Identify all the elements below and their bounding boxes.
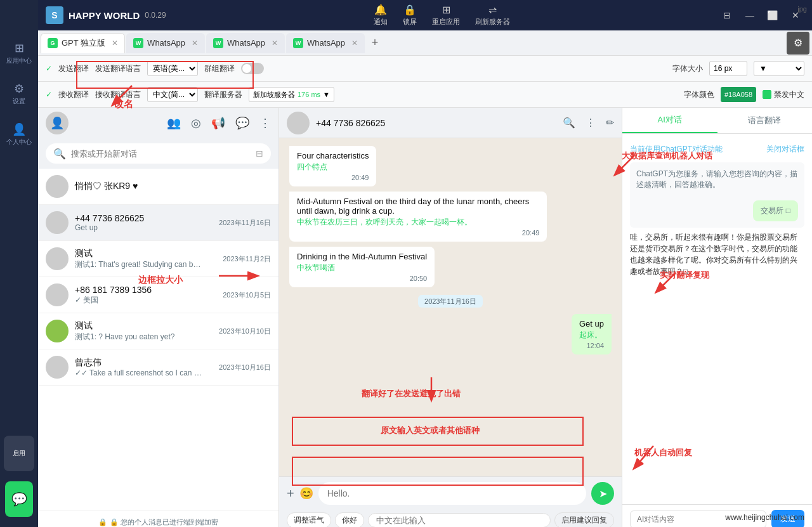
ai-placeholder: ChatGPT为您服务，请输入您想咨询的内容，描述越清晰，回答越准确。 交易所 … — [630, 162, 804, 228]
bubble-text-1: Mid-Autumn Festival on the third day of … — [297, 197, 539, 216]
chat-item-4[interactable]: 测试 测试1: ? Have you eaten yet? 2023年10月10… — [38, 313, 278, 349]
chat-name-4: 测试 — [75, 320, 213, 332]
chat-items: 悄悄♡ 张KR9 ♥ +44 7736 826625 Get up — [38, 169, 278, 511]
attach-button[interactable]: + — [287, 486, 294, 501]
bubble-trans-1: 中秋节在农历三日，欢呼到天亮，大家一起喝一杯。 — [297, 217, 539, 228]
server-badge[interactable]: 新加坡服务器 176 ms ▼ — [249, 87, 334, 102]
right-panel-tabs: AI对话 语言翻译 — [622, 108, 812, 134]
tab-whatsapp-3[interactable]: W WhatsApp ✕ — [286, 33, 365, 53]
edit-msg-icon[interactable]: ✏ — [606, 117, 614, 129]
quick-chip-0[interactable]: 调整语气 — [287, 512, 331, 527]
restart-action[interactable]: ⊞ 重启应用 — [432, 4, 460, 27]
tab-gpt[interactable]: G GPT 独立版 ✕ — [41, 33, 125, 53]
group-translate-label: 群组翻译 — [204, 63, 235, 74]
ai-chatgpt-link[interactable]: 当前使用ChatGPT对话功能 — [630, 144, 723, 155]
tab-wa3-icon: W — [293, 38, 303, 48]
tab-bar: G GPT 独立版 ✕ W WhatsApp ✕ W WhatsApp ✕ W … — [38, 30, 812, 56]
chat-item-2[interactable]: 测试 测试1: That's great! Studying can be re… — [38, 241, 278, 277]
tab-whatsapp-1[interactable]: W WhatsApp ✕ — [126, 33, 205, 53]
recv-lang-select[interactable]: 中文(简... — [147, 87, 198, 102]
refresh-action[interactable]: ⇌ 刷新服务器 — [475, 4, 510, 27]
chat-item-0[interactable]: 悄悄♡ 张KR9 ♥ — [38, 169, 278, 205]
search-msg-icon[interactable]: 🔍 — [563, 117, 575, 129]
status-icon[interactable]: ◎ — [191, 116, 201, 130]
tab-whatsapp-2[interactable]: W WhatsApp ✕ — [206, 33, 285, 53]
quick-input[interactable] — [368, 513, 551, 527]
chat-preview-2: 测试1: That's great! Studying can be rea..… — [75, 259, 202, 270]
no-chinese-label: 禁发中文 — [774, 89, 804, 100]
chat-preview-3: ✓ 美国 — [75, 295, 202, 306]
sidebar-item-apps[interactable]: ⊞ 应用中心 — [4, 36, 34, 71]
date-divider-text: 2023年11月16日 — [418, 295, 483, 308]
lock-icon: 🔒 — [403, 4, 416, 16]
msg-bubble-0: Four characteristics 四个特点 20:49 — [289, 146, 612, 186]
windowed-button[interactable]: — — [741, 8, 759, 22]
message-input[interactable] — [318, 482, 586, 505]
watermark: www.heijingchuhai.com — [725, 513, 804, 522]
server-dropdown-icon: ▼ — [323, 91, 330, 98]
send-translate-label: 发送翻译 — [58, 63, 89, 74]
chat-name-2: 测试 — [75, 248, 216, 259]
more-msg-icon[interactable]: ⋮ — [586, 117, 596, 129]
notify-action[interactable]: 🔔 通知 — [374, 4, 388, 27]
quick-chip-1[interactable]: 你好 — [335, 512, 364, 527]
sidebar-item-enable[interactable]: 启用 — [4, 436, 34, 471]
send-button[interactable]: ➤ — [591, 482, 614, 505]
tab-gpt-icon: G — [48, 38, 58, 48]
font-size-input[interactable] — [709, 61, 747, 76]
settings-gear-icon: ⚙ — [794, 37, 802, 49]
right-tab-translate[interactable]: 语言翻译 — [717, 108, 813, 133]
ai-close-link[interactable]: 关闭对话框 — [766, 144, 804, 155]
sidebar-item-profile[interactable]: 👤 个人中心 — [4, 117, 34, 152]
font-color-swatch[interactable]: #18A058 — [721, 87, 756, 102]
toolbar-row2-content: ✓ 接收翻译 接收翻译语言 中文(简... 翻译服务器 新加坡服务器 176 m… — [46, 84, 804, 105]
tab-gpt-close[interactable]: ✕ — [112, 39, 118, 48]
search-icon: 🔍 — [53, 148, 66, 160]
server-name: 新加坡服务器 — [253, 90, 295, 100]
chat-name-5: 曾志伟 — [75, 357, 213, 368]
minimize-button[interactable]: ⊟ — [718, 8, 736, 22]
sidebar-item-whatsapp[interactable]: 💬 — [5, 481, 33, 517]
title-bar: S HAPPY WORLD 0.0.29 🔔 通知 🔒 锁屏 ⊞ 重启应用 ⇌ … — [38, 0, 812, 30]
search-input[interactable] — [71, 149, 251, 159]
chat-item-3[interactable]: +86 181 7389 1356 ✓ 美国 2023年10月5日 — [38, 277, 278, 313]
new-chat-icon[interactable]: 💬 — [235, 116, 249, 130]
tab-wa1-close[interactable]: ✕ — [192, 39, 198, 48]
restart-label: 重启应用 — [432, 17, 460, 27]
community-icon[interactable]: 👥 — [167, 116, 181, 130]
bubble-time-1: 20:49 — [297, 229, 539, 237]
ai-response: 哇，交易所，听起来很有趣啊！你是指股票交易所还是货币交易所？在这个数字时代，交易… — [630, 231, 804, 277]
filter-icon[interactable]: ⊟ — [256, 148, 263, 159]
chat-avatar-5 — [46, 356, 69, 379]
more-icon[interactable]: ⋮ — [259, 116, 271, 130]
msg-bubble-2: Drinking in the Mid-Autumn Festival 中秋节喝… — [289, 247, 612, 287]
settings-icon: ⚙ — [14, 82, 24, 96]
sidebar-apps-label: 应用中心 — [6, 56, 32, 65]
chat-time-4: 2023年10月10日 — [219, 327, 271, 336]
no-chinese-checkbox[interactable] — [763, 90, 771, 99]
group-translate-toggle[interactable] — [241, 63, 264, 74]
channels-icon[interactable]: 📢 — [211, 116, 225, 130]
tab-settings-button[interactable]: ⚙ — [787, 32, 809, 55]
messages-container: Four characteristics 四个特点 20:49 Mid-Autu… — [279, 138, 622, 476]
tab-add-button[interactable]: + — [366, 34, 384, 52]
emoji-button[interactable]: 😊 — [299, 486, 313, 500]
sidebar-item-settings[interactable]: ⚙ 设置 — [4, 76, 34, 112]
lockscreen-action[interactable]: 🔒 锁屏 — [403, 4, 417, 27]
message-header: +44 7736 826625 🔍 ⋮ ✏ — [279, 108, 622, 138]
chat-item-1[interactable]: +44 7736 826625 Get up 2023年11月16日 — [38, 205, 278, 241]
my-avatar-icon: 👤 — [50, 116, 64, 130]
chat-item-5[interactable]: 曾志伟 ✓✓ Take a full screenshot so I can h… — [38, 349, 278, 386]
tab-wa2-close[interactable]: ✕ — [272, 39, 278, 48]
tab-wa3-close[interactable]: ✕ — [351, 39, 358, 48]
right-tab-ai[interactable]: AI对话 — [622, 108, 717, 133]
quick-action-button[interactable]: 启用建议回复 — [554, 512, 614, 527]
contact-name: +44 7736 826625 — [316, 118, 556, 128]
chat-time-3: 2023年10月5日 — [223, 290, 271, 300]
maximize-button[interactable]: ⬜ — [764, 8, 782, 22]
chat-list-footer: 🔒 🔒 您的个人消息已进行端到端加密 — [38, 511, 278, 527]
chat-meta-1: 2023年11月16日 — [219, 218, 271, 228]
font-size-select[interactable]: ▼ — [754, 61, 804, 76]
send-lang-select[interactable]: 英语(美... — [147, 61, 198, 76]
chat-name-3: +86 181 7389 1356 — [75, 285, 216, 295]
